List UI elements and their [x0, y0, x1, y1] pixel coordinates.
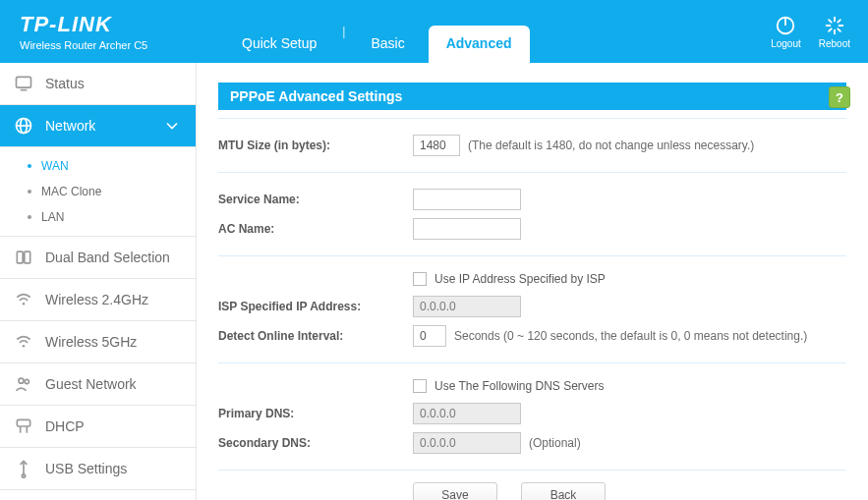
guest-icon [14, 374, 33, 394]
wifi-icon [14, 332, 33, 352]
optional-hint: (Optional) [529, 436, 581, 450]
use-isp-ip-label: Use IP Address Specified by ISP [434, 272, 606, 286]
row-detect-interval: Detect Online Interval: Seconds (0 ~ 120… [218, 321, 846, 351]
service-name-input[interactable] [413, 189, 521, 210]
sidebar-item-network[interactable]: Network [0, 105, 196, 147]
wifi-icon [14, 290, 33, 309]
detect-hint: Seconds (0 ~ 120 seconds, the default is… [454, 329, 807, 343]
sidebar-item-label: Status [45, 76, 85, 91]
secondary-dns-input [413, 432, 521, 454]
globe-icon [14, 116, 33, 136]
sidebar-item-label: Guest Network [45, 376, 137, 392]
ac-name-label: AC Name: [218, 222, 413, 236]
content-pane: PPPoE Advanced Settings ? MTU Size (in b… [197, 63, 868, 500]
brand-area: TP-LINK Wireless Router Archer C5 [20, 12, 216, 51]
section-dns: Use The Following DNS Servers Primary DN… [218, 363, 846, 471]
mtu-input[interactable] [413, 135, 460, 156]
svg-line-6 [829, 20, 832, 23]
dual-band-icon [14, 248, 33, 267]
svg-rect-15 [17, 251, 23, 263]
row-isp-ip: ISP Specified IP Address: [218, 292, 846, 321]
sub-item-label: LAN [41, 210, 64, 224]
sidebar-item-label: Wireless 2.4GHz [45, 292, 148, 307]
use-dns-checkbox[interactable] [413, 379, 427, 393]
sidebar-item-dhcp[interactable]: DHCP [0, 406, 196, 448]
primary-dns-label: Primary DNS: [218, 407, 413, 420]
logout-label: Logout [771, 38, 801, 49]
sidebar-item-guest-network[interactable]: Guest Network [0, 363, 196, 406]
use-dns-label: Use The Following DNS Servers [434, 379, 605, 393]
sidebar-submenu-network: WAN MAC Clone LAN [0, 147, 196, 237]
save-button[interactable]: Save [413, 482, 497, 500]
tab-separator: | [340, 25, 347, 38]
status-icon [14, 74, 33, 93]
reboot-button[interactable]: Reboot [819, 15, 850, 49]
sidebar-item-wireless-5[interactable]: Wireless 5GHz [0, 321, 196, 363]
svg-point-17 [23, 303, 26, 306]
main-tabs: Quick Setup | Basic Advanced [224, 0, 530, 63]
detect-interval-input[interactable] [413, 325, 446, 347]
svg-rect-10 [17, 77, 31, 87]
sidebar-item-label: Network [45, 118, 95, 134]
sidebar-item-label: DHCP [45, 418, 85, 434]
section-isp-ip: Use IP Address Specified by ISP ISP Spec… [218, 256, 846, 363]
model-label: Wireless Router Archer C5 [20, 39, 216, 51]
tab-advanced[interactable]: Advanced [429, 26, 530, 63]
sidebar-item-label: USB Settings [45, 461, 127, 476]
help-button[interactable]: ? [829, 86, 850, 108]
mtu-hint: (The default is 1480, do not change unle… [468, 139, 754, 152]
mtu-label: MTU Size (in bytes): [218, 139, 413, 152]
app-header: TP-LINK Wireless Router Archer C5 Quick … [0, 0, 868, 63]
tab-basic[interactable]: Basic [353, 26, 422, 63]
button-row: Save Back [218, 471, 846, 500]
sidebar-item-dual-band[interactable]: Dual Band Selection [0, 237, 196, 279]
sidebar-item-label: Dual Band Selection [45, 250, 170, 265]
panel-title: PPPoE Advanced Settings ? [218, 83, 846, 110]
isp-ip-label: ISP Specified IP Address: [218, 300, 413, 313]
sub-item-label: MAC Clone [41, 185, 101, 198]
use-isp-ip-checkbox[interactable] [413, 272, 427, 286]
tab-quick-setup[interactable]: Quick Setup [224, 26, 334, 63]
section-names: Service Name: AC Name: [218, 173, 846, 256]
header-actions: Logout Reboot [771, 15, 850, 49]
row-use-dns: Use The Following DNS Servers [218, 375, 846, 399]
ac-name-input[interactable] [413, 218, 521, 240]
sidebar-item-status[interactable]: Status [0, 63, 196, 105]
sidebar-sub-lan[interactable]: LAN [0, 204, 196, 230]
sidebar-item-label: Wireless 5GHz [45, 334, 137, 350]
svg-line-7 [838, 28, 840, 31]
reboot-label: Reboot [819, 38, 850, 49]
chevron-down-icon [162, 116, 182, 136]
back-button[interactable]: Back [521, 482, 606, 500]
logout-button[interactable]: Logout [771, 15, 801, 49]
sidebar-sub-wan[interactable]: WAN [0, 153, 196, 179]
sub-item-label: WAN [41, 159, 69, 173]
svg-rect-21 [17, 419, 29, 426]
sidebar: Status Network WAN MAC Clone LAN Dual Ba… [0, 63, 197, 500]
sidebar-item-usb-settings[interactable]: USB Settings [0, 448, 196, 490]
svg-point-18 [23, 345, 26, 348]
row-service-name: Service Name: [218, 185, 846, 214]
isp-ip-input [413, 296, 521, 317]
secondary-dns-label: Secondary DNS: [218, 436, 413, 450]
sidebar-item-wireless-24[interactable]: Wireless 2.4GHz [0, 279, 196, 321]
row-ac-name: AC Name: [218, 214, 846, 244]
svg-point-20 [25, 379, 29, 383]
bullet-icon [28, 190, 31, 194]
svg-point-19 [19, 378, 24, 383]
usb-icon [14, 459, 33, 478]
brand-logo: TP-LINK [20, 12, 216, 37]
sidebar-sub-mac-clone[interactable]: MAC Clone [0, 179, 196, 204]
svg-rect-16 [25, 251, 30, 263]
row-primary-dns: Primary DNS: [218, 399, 846, 428]
detect-label: Detect Online Interval: [218, 329, 413, 343]
bullet-icon [28, 164, 31, 168]
dhcp-icon [14, 417, 33, 436]
row-use-isp-ip: Use IP Address Specified by ISP [218, 268, 846, 292]
bullet-icon [28, 215, 31, 219]
section-mtu: MTU Size (in bytes): (The default is 148… [218, 119, 846, 173]
svg-line-9 [838, 20, 840, 23]
primary-dns-input [413, 403, 521, 424]
row-secondary-dns: Secondary DNS: (Optional) [218, 428, 846, 458]
main-area: Status Network WAN MAC Clone LAN Dual Ba… [0, 63, 868, 500]
